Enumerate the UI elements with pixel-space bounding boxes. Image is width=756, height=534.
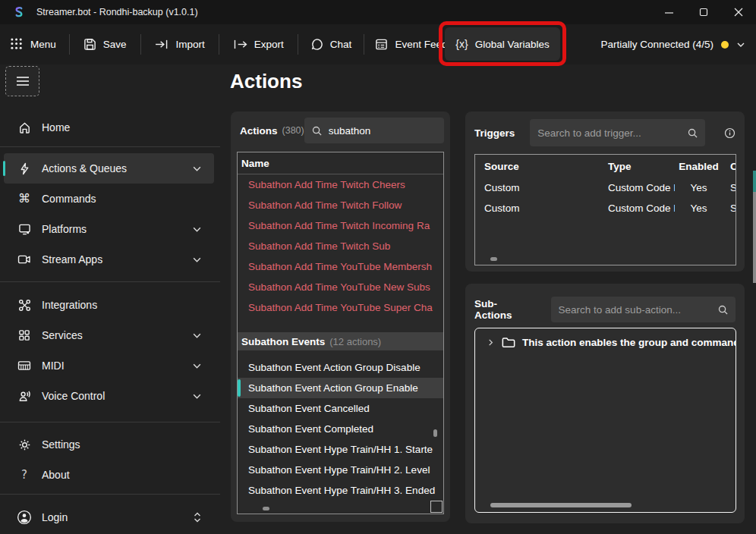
close-icon	[734, 8, 743, 17]
action-row[interactable]: Subathon Event Action Group Disable	[238, 357, 443, 378]
action-row-disabled[interactable]: Subathon Add Time Twitch Cheers	[238, 174, 443, 195]
horizontal-scrollbar-thumb[interactable]	[490, 503, 632, 507]
maximize-button[interactable]	[686, 0, 721, 24]
trigger-cell: Custom Code Eve	[599, 182, 675, 193]
triggers-table[interactable]: Source Type Enabled C CustomCustom Code …	[474, 154, 736, 265]
sidebar-item-platforms[interactable]: Platforms	[4, 214, 214, 244]
title-bar: Streamer.bot - Rondhi-backup (v1.0.1)	[0, 0, 756, 24]
sidebar-item-label: Commands	[42, 193, 96, 205]
minimize-button[interactable]	[651, 0, 686, 24]
chat-button[interactable]: Chat	[298, 24, 364, 64]
action-row[interactable]: Subathon Event Hype Train/HH 2. Level	[238, 460, 443, 480]
action-group-header[interactable]: Subathon Events (12 actions)	[238, 332, 443, 350]
search-icon	[312, 126, 322, 136]
sub-action-group-item[interactable]: This action enables the group and comman…	[475, 328, 736, 348]
action-row[interactable]: Subathon Event Hype Train/HH 1. Starte	[238, 439, 443, 460]
piano-icon	[17, 360, 32, 371]
actions-search-input[interactable]	[329, 125, 436, 137]
connection-status-label: Partially Connected (4/5)	[600, 39, 713, 50]
triggers-search-input[interactable]	[537, 127, 681, 139]
command-icon: ⌘	[17, 193, 32, 205]
sub-actions-tree[interactable]: This action enables the group and comman…	[474, 328, 736, 513]
resize-grip[interactable]	[430, 501, 443, 513]
actions-list[interactable]: Name Subathon Add Time Twitch CheersSuba…	[237, 152, 444, 514]
voice-icon	[17, 390, 32, 403]
sidebar-item-label: Services	[42, 329, 83, 341]
trigger-row[interactable]: CustomCustom Code EveYesS	[475, 177, 736, 198]
export-button[interactable]: Export	[219, 24, 298, 64]
save-label: Save	[103, 39, 127, 50]
trigger-cell: Custom Code Eve	[599, 203, 675, 214]
actions-panel: Actions (380) Name Subathon Add Time Twi…	[231, 112, 450, 522]
save-button[interactable]: Save	[70, 24, 140, 64]
action-row-selected[interactable]: Subathon Event Action Group Enable	[238, 378, 443, 398]
sub-actions-panel-header: Sub-Actions	[465, 284, 745, 322]
chat-icon	[310, 38, 323, 51]
group-count: (12 actions)	[329, 336, 381, 347]
sidebar-item-stream-apps[interactable]: Stream Apps	[4, 244, 214, 275]
action-row-disabled[interactable]: Subathon Add Time Twitch Sub	[238, 236, 443, 256]
connection-status[interactable]: Partially Connected (4/5)	[600, 24, 745, 64]
actions-panel-label: Actions	[240, 125, 278, 137]
sidebar-item-home[interactable]: Home	[4, 112, 214, 143]
sidebar-item-login[interactable]: Login	[4, 502, 214, 532]
import-button[interactable]: Import	[141, 24, 219, 64]
event-feed-button[interactable]: Event Feed	[364, 24, 458, 64]
actions-count: (380)	[282, 125, 304, 136]
trigger-cell: Yes	[675, 182, 723, 193]
event-feed-label: Event Feed	[395, 39, 447, 50]
chevron-down-icon	[192, 361, 202, 371]
sidebar-item-label: Voice Control	[42, 390, 105, 402]
export-label: Export	[254, 39, 284, 50]
edge-scrollbar-thumb[interactable]	[753, 192, 756, 283]
action-row-disabled[interactable]: Subathon Add Time Twitch Incoming Ra	[238, 215, 443, 236]
close-button[interactable]	[721, 0, 756, 24]
trigger-cell: S	[723, 182, 736, 193]
sidebar-item-label: Stream Apps	[42, 253, 102, 265]
window-title: Streamer.bot - Rondhi-backup (v1.0.1)	[36, 7, 198, 17]
sidebar-item-services[interactable]: Services	[4, 320, 214, 350]
action-row-disabled[interactable]: Subathon Add Time Twitch Follow	[238, 195, 443, 215]
edge-scrollbar-accent[interactable]	[753, 171, 756, 192]
trigger-cell: Custom	[475, 203, 599, 214]
trigger-row[interactable]: CustomCustom Code EveYesS	[475, 198, 736, 218]
sidebar-item-commands[interactable]: ⌘Commands	[4, 184, 214, 214]
sidebar-item-midi[interactable]: MIDI	[4, 350, 214, 381]
action-row[interactable]: Subathon Event Completed	[238, 419, 443, 439]
action-row-disabled[interactable]: Subathon Add Time YouTube Membersh	[238, 256, 443, 277]
toolbar: MenuSaveImportExportChatEvent Feed {x} G…	[0, 24, 756, 64]
sidebar-item-about[interactable]: ?About	[4, 460, 214, 490]
sub-actions-search[interactable]	[551, 297, 736, 322]
global-variables-label: Global Variables	[475, 39, 550, 50]
sidebar-item-label: Home	[42, 121, 70, 134]
horizontal-scrollbar-thumb[interactable]	[263, 507, 269, 510]
triggers-rows: CustomCustom Code EveYesSCustomCustom Co…	[475, 177, 736, 218]
hamburger-icon	[16, 76, 30, 86]
hamburger-menu-button[interactable]	[6, 67, 39, 96]
person-circle-icon	[17, 510, 32, 525]
menu-button[interactable]: Menu	[0, 24, 69, 64]
nodes-icon	[17, 299, 32, 312]
sidebar-divider	[0, 494, 220, 495]
action-row-disabled[interactable]: Subathon Add Time YouTube Super Cha	[238, 297, 443, 318]
trigger-cell: Yes	[675, 203, 723, 214]
action-row-disabled[interactable]: Subathon Add Time YouTube New Subs	[238, 277, 443, 297]
triggers-search[interactable]	[530, 119, 705, 146]
sidebar-item-voice-control[interactable]: Voice Control	[4, 381, 214, 411]
video-camera-icon	[17, 254, 32, 265]
action-row[interactable]: Subathon Event Cancelled	[238, 398, 443, 419]
global-variables-button[interactable]: {x} Global Variables	[445, 27, 560, 61]
sidebar-item-integrations[interactable]: Integrations	[4, 290, 214, 320]
maximize-icon	[699, 8, 708, 17]
info-icon[interactable]	[724, 127, 736, 139]
bolt-icon	[17, 162, 32, 175]
sidebar-item-settings[interactable]: Settings	[4, 429, 214, 460]
chevron-right-icon[interactable]	[487, 338, 495, 347]
actions-search[interactable]	[304, 118, 444, 143]
col-enabled: Enabled	[675, 161, 723, 172]
action-row[interactable]: Subathon Event Hype Train/HH 3. Ended	[238, 480, 443, 501]
vertical-scrollbar-thumb[interactable]	[433, 429, 437, 437]
sidebar-item-actions-queues[interactable]: Actions & Queues	[4, 153, 214, 184]
horizontal-scrollbar-thumb[interactable]	[490, 257, 497, 261]
sub-actions-search-input[interactable]	[559, 304, 711, 316]
